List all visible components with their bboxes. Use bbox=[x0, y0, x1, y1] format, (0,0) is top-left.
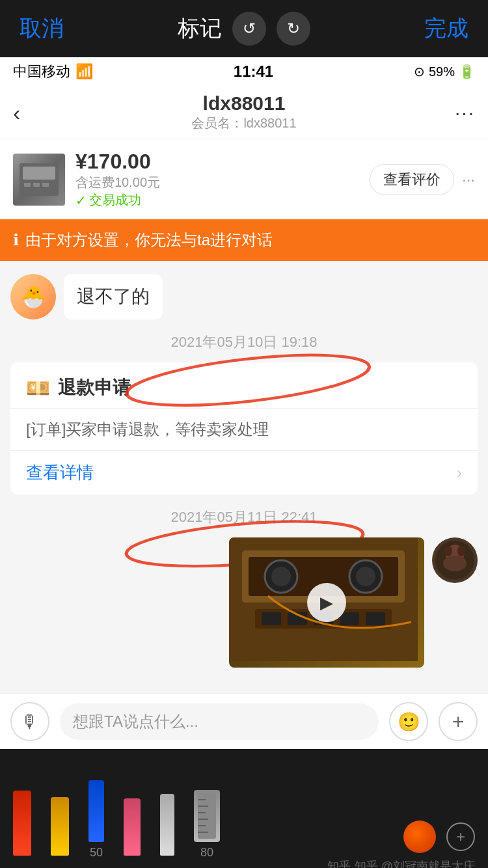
pink-pen-icon bbox=[124, 798, 141, 856]
more-button[interactable]: ··· bbox=[455, 102, 475, 124]
message-bubble: 退不了的 bbox=[64, 274, 163, 319]
svg-point-22 bbox=[444, 546, 452, 556]
svg-rect-4 bbox=[42, 183, 49, 187]
cancel-button[interactable]: 取消 bbox=[20, 14, 64, 44]
pencil-icon bbox=[160, 794, 174, 856]
order-price: ¥170.00 bbox=[75, 150, 359, 174]
carrier-text: 中国移动 bbox=[13, 62, 70, 81]
annotation-bar: 取消 标记 ↺ ↻ 完成 bbox=[0, 0, 488, 57]
watermark: 知乎 知乎 @刘冠南就是大庆 bbox=[327, 858, 475, 868]
add-tool-button[interactable]: + bbox=[446, 822, 475, 851]
pen-tool-yellow[interactable] bbox=[51, 797, 69, 860]
warning-banner: ℹ 由于对方设置，你无法与ta进行对话 bbox=[0, 219, 488, 261]
username-text: ldx88011 bbox=[203, 92, 286, 115]
battery-area: ⊙ 59% 🔋 bbox=[414, 64, 475, 79]
order-card: ¥170.00 含运费10.00元 ✓ 交易成功 查看评价 ··· bbox=[0, 139, 488, 219]
chevron-right-icon: › bbox=[457, 464, 462, 482]
done-button[interactable]: 完成 bbox=[424, 14, 468, 44]
emoji-button[interactable]: 🙂 bbox=[389, 702, 428, 741]
svg-point-23 bbox=[457, 546, 465, 556]
message-input[interactable]: 想跟TA说点什么... bbox=[60, 703, 379, 740]
order-info: ¥170.00 含运费10.00元 ✓ 交易成功 bbox=[75, 150, 359, 209]
order-shipping: 含运费10.00元 bbox=[75, 174, 359, 191]
warning-icon: ℹ bbox=[13, 231, 19, 249]
title-area: 标记 ↺ ↻ bbox=[178, 12, 310, 46]
input-bar: 🎙 想跟TA说点什么... 🙂 + bbox=[0, 694, 488, 749]
svg-point-13 bbox=[356, 567, 375, 586]
svg-rect-19 bbox=[366, 612, 385, 625]
drawing-toolbar: 50 80 + 知乎 知乎 @刘冠南就是大庆 bbox=[0, 749, 488, 868]
message-sent-video: ▶ bbox=[10, 537, 478, 668]
yellow-pen-icon bbox=[51, 797, 69, 856]
back-button[interactable]: ‹ bbox=[13, 100, 20, 125]
svg-rect-18 bbox=[340, 612, 359, 625]
play-button[interactable]: ▶ bbox=[307, 583, 346, 622]
watermark-text: 知乎 @刘冠南就是大庆 bbox=[355, 858, 475, 868]
signal-area: 中国移动 📶 bbox=[13, 62, 93, 81]
refund-detail-link[interactable]: 查看详情 bbox=[26, 461, 94, 484]
pen-tool-pink[interactable] bbox=[124, 798, 141, 860]
wifi-icon: 📶 bbox=[75, 63, 93, 80]
product-image bbox=[13, 154, 65, 206]
redo-button[interactable]: ↻ bbox=[277, 12, 310, 46]
pen-tool-pencil[interactable] bbox=[160, 794, 174, 860]
blue-pen-icon bbox=[88, 780, 104, 842]
chat-area: 🐣 退不了的 2021年05月10日 19:18 💴 退款申请 [订单]买家申请… bbox=[0, 261, 488, 694]
video-thumbnail[interactable]: ▶ bbox=[229, 537, 424, 668]
pen-tool-blue[interactable]: 50 bbox=[88, 780, 104, 860]
pen-tool-red[interactable] bbox=[13, 791, 31, 860]
red-pen-icon bbox=[13, 791, 31, 856]
pen-tool-ruler[interactable]: 80 bbox=[194, 790, 220, 860]
avatar-sent-image bbox=[432, 537, 478, 583]
battery-percent: 59% bbox=[429, 64, 455, 79]
timestamp-2: 2021年05月11日 22:41 bbox=[10, 508, 478, 527]
refund-icon: 💴 bbox=[26, 377, 50, 400]
status-time: 11:41 bbox=[234, 62, 273, 81]
watermark-logo: 知乎 bbox=[327, 858, 351, 868]
refund-title: 退款申请 bbox=[58, 375, 131, 400]
annotation-title: 标记 bbox=[178, 14, 222, 44]
order-status: ✓ 交易成功 bbox=[75, 191, 359, 209]
undo-button[interactable]: ↺ bbox=[232, 12, 266, 46]
message-text: 退不了的 bbox=[77, 286, 150, 306]
ruler-label: 80 bbox=[200, 846, 213, 860]
message-received: 🐣 退不了的 bbox=[10, 274, 478, 319]
svg-rect-2 bbox=[24, 183, 31, 187]
app-header: ‹ ldx88011 会员名：ldx88011 ··· bbox=[0, 86, 488, 139]
battery-icon: ⊙ bbox=[414, 64, 425, 79]
svg-point-11 bbox=[271, 567, 291, 586]
color-picker-button[interactable] bbox=[403, 821, 436, 853]
recipient-avatar bbox=[432, 537, 478, 583]
order-actions: 查看评价 ··· bbox=[370, 164, 475, 195]
avatar-image: 🐣 bbox=[10, 274, 56, 319]
phone-screen: 中国移动 📶 11:41 ⊙ 59% 🔋 ‹ ldx88011 会员名：ldx8… bbox=[0, 57, 488, 749]
svg-rect-1 bbox=[23, 167, 55, 180]
order-more-button[interactable]: ··· bbox=[462, 170, 475, 189]
add-button[interactable]: + bbox=[439, 702, 478, 741]
ruler-icon bbox=[194, 790, 220, 842]
refund-link[interactable]: 查看详情 › bbox=[10, 450, 478, 495]
member-label: 会员名：ldx88011 bbox=[191, 115, 296, 132]
review-button[interactable]: 查看评价 bbox=[370, 164, 454, 195]
battery-body: 🔋 bbox=[459, 64, 475, 79]
warning-text: 由于对方设置，你无法与ta进行对话 bbox=[25, 230, 273, 251]
timestamp-1: 2021年05月10日 19:18 bbox=[10, 332, 478, 352]
svg-rect-3 bbox=[33, 183, 40, 187]
blue-pen-label: 50 bbox=[90, 846, 103, 860]
svg-rect-15 bbox=[262, 612, 281, 625]
input-placeholder: 想跟TA说点什么... bbox=[73, 712, 198, 730]
mic-button[interactable]: 🎙 bbox=[10, 702, 49, 741]
product-img-placeholder bbox=[13, 154, 65, 206]
refund-header: 💴 退款申请 bbox=[10, 362, 478, 409]
status-bar: 中国移动 📶 11:41 ⊙ 59% 🔋 bbox=[0, 57, 488, 86]
svg-point-24 bbox=[443, 556, 467, 571]
refund-body: [订单]买家申请退款，等待卖家处理 bbox=[10, 409, 478, 450]
sender-avatar: 🐣 bbox=[10, 274, 56, 319]
refund-card: 💴 退款申请 [订单]买家申请退款，等待卖家处理 查看详情 › bbox=[10, 362, 478, 495]
